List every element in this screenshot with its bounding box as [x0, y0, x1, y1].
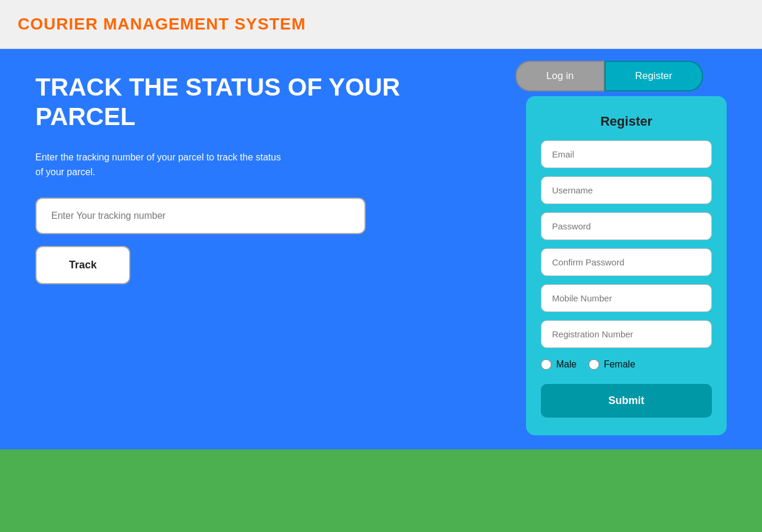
- registration-number-field[interactable]: [541, 320, 712, 348]
- header: COURIER MANAGEMENT SYSTEM: [0, 0, 762, 49]
- hero-description: Enter the tracking number of your parcel…: [35, 150, 289, 180]
- gender-female-radio[interactable]: [589, 359, 599, 370]
- blue-area: Log in Register TRACK THE STATUS OF YOUR…: [0, 49, 762, 449]
- confirm-password-field[interactable]: [541, 248, 712, 276]
- auth-tabs: Log in Register: [515, 61, 703, 91]
- gender-male-label: Male: [556, 359, 577, 370]
- gender-female-option[interactable]: Female: [589, 359, 635, 370]
- tracking-number-input[interactable]: [35, 198, 366, 234]
- username-field[interactable]: [541, 176, 712, 204]
- tab-register[interactable]: Register: [605, 61, 703, 91]
- email-field[interactable]: [541, 140, 712, 168]
- hero-title: TRACK THE STATUS OF YOUR PARCEL: [35, 73, 448, 132]
- password-field[interactable]: [541, 212, 712, 240]
- tab-login[interactable]: Log in: [515, 61, 604, 91]
- gender-row: Male Female: [541, 356, 712, 373]
- app-title: COURIER MANAGEMENT SYSTEM: [18, 15, 306, 34]
- main-content: Log in Register TRACK THE STATUS OF YOUR…: [0, 49, 762, 532]
- mobile-number-field[interactable]: [541, 284, 712, 312]
- gender-male-option[interactable]: Male: [541, 359, 577, 370]
- left-content: TRACK THE STATUS OF YOUR PARCEL Enter th…: [35, 73, 448, 284]
- gender-male-radio[interactable]: [541, 359, 551, 370]
- green-footer: [0, 449, 762, 532]
- submit-button[interactable]: Submit: [541, 384, 712, 418]
- register-panel: Register Male Female Submit: [526, 96, 727, 435]
- register-title: Register: [541, 114, 712, 129]
- track-button[interactable]: Track: [35, 246, 130, 284]
- gender-female-label: Female: [604, 359, 635, 370]
